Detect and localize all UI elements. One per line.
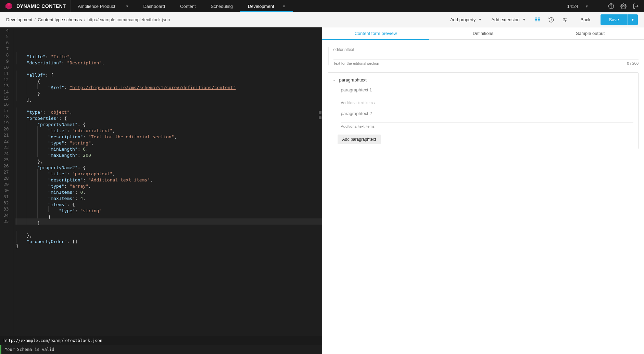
save-more-button[interactable]: ▼ [627, 14, 638, 25]
breadcrumb: Development / Content type schemas / htt… [6, 17, 170, 22]
save-group: Save ▼ [601, 14, 638, 25]
paragraphtext-2-input[interactable] [341, 117, 634, 123]
chevron-down-icon: ▼ [631, 18, 634, 22]
paragraphtext-section: ⌄ paragraphtext paragraphtext 1 Addition… [328, 72, 639, 149]
breadcrumb-current: http://example.com/exampletextblock.json [87, 17, 170, 22]
array-item-desc: Additional text items [341, 124, 634, 128]
chevron-down-icon: ⌄ [333, 78, 336, 82]
array-item-label: paragraphtext 1 [341, 87, 634, 92]
nav-content[interactable]: Content [173, 0, 203, 12]
brand-text: DYNAMIC CONTENT [16, 3, 66, 9]
help-icon[interactable] [608, 3, 615, 10]
code-editor[interactable]: 4567891011121314151617181920212223242526… [0, 27, 322, 336]
logo-icon [5, 2, 13, 10]
scroll-marker [319, 111, 321, 114]
chevron-down-icon: ▼ [126, 4, 129, 8]
preview-tabs: Content form preview Definitions Sample … [322, 27, 644, 40]
add-extension-button[interactable]: Add extension ▼ [488, 15, 529, 24]
add-paragraphtext-button[interactable]: Add paragraphtext [338, 135, 381, 144]
svg-rect-10 [538, 17, 540, 18]
breadcrumb-sep: / [35, 17, 36, 22]
chevron-down-icon: ▼ [522, 18, 526, 22]
section-title: paragraphtext [339, 77, 367, 83]
tab-content-form-preview[interactable]: Content form preview [322, 27, 430, 39]
code-content[interactable]: "title": "Title", "description": "Descri… [14, 27, 322, 336]
main-nav: Dashboard Content Scheduling Development… [136, 0, 293, 12]
logout-icon[interactable] [632, 3, 639, 10]
array-item-label: paragraphtext 2 [341, 111, 634, 116]
toolbar: Development / Content type schemas / htt… [0, 12, 644, 27]
header-right: 14:24 ▼ [567, 0, 644, 12]
svg-rect-11 [538, 19, 540, 20]
toolbar-right: Add property ▼ Add extension ▼ Back Save… [447, 14, 638, 25]
history-icon[interactable] [546, 15, 556, 25]
add-property-button[interactable]: Add property ▼ [447, 15, 485, 24]
gear-icon[interactable] [620, 3, 627, 10]
array-item-2: paragraphtext 2 Additional text items [341, 111, 634, 128]
nav-development[interactable]: Development ▼ [240, 0, 293, 12]
save-button[interactable]: Save [601, 14, 627, 25]
product-selector[interactable]: Amplience Product ▼ [71, 0, 136, 12]
scroll-marker [319, 116, 321, 119]
app-header: DYNAMIC CONTENT Amplience Product ▼ Dash… [0, 0, 644, 12]
editorialtext-field: editorialtext Text for the editorial sec… [328, 47, 639, 65]
array-item-desc: Additional text items [341, 101, 634, 105]
field-label: editorialtext [333, 47, 639, 52]
form-preview-area: editorialtext Text for the editorial sec… [322, 40, 644, 157]
chevron-down-icon: ▼ [585, 4, 589, 8]
svg-rect-8 [535, 19, 537, 20]
path-bar: http://example.com/exampletextblock.json [0, 336, 322, 345]
validation-message: Your Schema is valid [5, 347, 54, 352]
array-item-1: paragraphtext 1 Additional text items [341, 87, 634, 105]
tab-definitions[interactable]: Definitions [429, 27, 537, 39]
back-button[interactable]: Back [573, 17, 598, 22]
tab-sample-output[interactable]: Sample output [537, 27, 644, 39]
chevron-down-icon: ▼ [282, 4, 286, 8]
svg-rect-7 [535, 17, 537, 18]
svg-point-15 [564, 18, 565, 19]
section-toggle[interactable]: ⌄ paragraphtext [333, 77, 634, 83]
main-split: 4567891011121314151617181920212223242526… [0, 27, 644, 354]
split-view-icon[interactable] [533, 15, 542, 25]
product-label: Amplience Product [78, 4, 115, 9]
line-gutter: 4567891011121314151617181920212223242526… [0, 27, 14, 336]
field-description: Text for the editorial section [333, 61, 379, 65]
settings-sliders-icon[interactable] [560, 15, 570, 25]
editorialtext-input[interactable] [333, 53, 639, 60]
chevron-down-icon: ▼ [478, 18, 482, 22]
brand-area: DYNAMIC CONTENT [0, 0, 71, 12]
editor-pane: 4567891011121314151617181920212223242526… [0, 27, 322, 354]
svg-rect-9 [535, 20, 537, 21]
breadcrumb-sep: / [84, 17, 86, 22]
svg-rect-12 [538, 20, 540, 21]
breadcrumb-development[interactable]: Development [6, 17, 33, 22]
nav-dashboard[interactable]: Dashboard [136, 0, 173, 12]
validation-bar: Your Schema is valid [0, 345, 322, 354]
field-counter: 0 / 200 [627, 61, 639, 65]
preview-pane: Content form preview Definitions Sample … [322, 27, 644, 354]
paragraphtext-1-input[interactable] [341, 93, 634, 99]
nav-scheduling[interactable]: Scheduling [203, 0, 240, 12]
svg-point-16 [565, 20, 566, 21]
svg-point-4 [611, 7, 611, 8]
svg-point-5 [623, 5, 624, 7]
breadcrumb-schemas[interactable]: Content type schemas [38, 17, 82, 22]
time-display[interactable]: 14:24 ▼ [567, 4, 589, 9]
